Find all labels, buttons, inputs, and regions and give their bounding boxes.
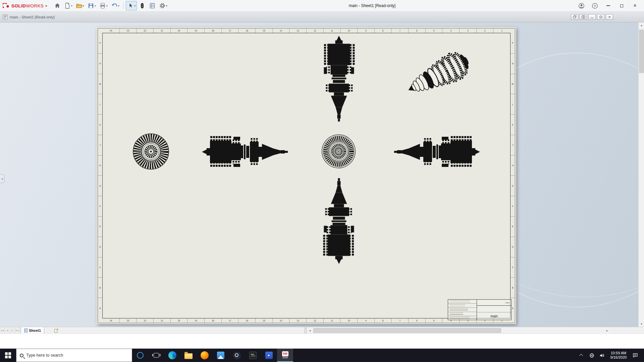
drawing-view-center-fan[interactable]	[321, 134, 356, 169]
minimize-button[interactable]	[602, 1, 614, 10]
first-sheet-button[interactable]: ◄◄	[0, 327, 5, 334]
restore-button[interactable]	[616, 1, 627, 10]
close-button[interactable]: ×	[629, 1, 641, 10]
system-tray: 10:59 AM 9/16/2020	[577, 349, 644, 362]
add-sheet-button[interactable]	[52, 327, 60, 334]
previous-sheet-button[interactable]: ◄	[5, 327, 10, 334]
movies-app-button[interactable]: ►	[261, 349, 277, 362]
tile-windows-button[interactable]	[580, 14, 587, 20]
status-strip	[0, 334, 644, 349]
drawing-view-top[interactable]	[321, 35, 358, 123]
dropdown-arrow-icon[interactable]: ▾	[106, 4, 108, 7]
zone-label: 3	[460, 28, 477, 33]
print-button[interactable]: ▾	[98, 1, 109, 10]
file-explorer-icon	[184, 353, 193, 359]
dropdown-arrow-icon[interactable]: ▾	[95, 4, 96, 7]
last-sheet-button[interactable]: ►►	[15, 327, 20, 334]
dropdown-arrow-icon[interactable]: ▾	[71, 4, 72, 7]
task-view-button[interactable]	[148, 349, 164, 362]
taskbar-clock[interactable]: 10:59 AM 9/16/2020	[607, 351, 630, 360]
dropdown-arrow-icon[interactable]: ▾	[83, 4, 84, 7]
doc-restore-button[interactable]	[597, 14, 604, 20]
zone-label: K	[511, 115, 515, 135]
help-button[interactable]: ?	[589, 1, 600, 10]
vertical-scroll-thumb[interactable]	[639, 29, 644, 73]
drawing-view-left-fan[interactable]	[132, 133, 169, 170]
photos-icon	[217, 352, 224, 359]
undo-icon	[111, 2, 118, 9]
pane-splitter[interactable]	[305, 327, 307, 334]
cortana-button[interactable]	[132, 349, 148, 362]
doc-close-button[interactable]: ×	[606, 14, 613, 20]
drawing-view-right[interactable]	[392, 133, 481, 170]
brand-text: SOLIDWORKS	[11, 3, 44, 8]
zone-label: 9	[358, 318, 375, 323]
drawing-sheet[interactable]: 242322212019181716151413121110987654321 …	[97, 27, 516, 324]
search-input[interactable]	[26, 353, 128, 358]
undo-button[interactable]: ▾	[110, 1, 121, 10]
search-icon	[20, 354, 23, 357]
save-icon	[88, 2, 94, 9]
capsule-tool-button[interactable]	[138, 1, 147, 10]
new-document-icon	[64, 2, 71, 9]
zone-label: E	[98, 217, 102, 237]
vertical-scrollbar[interactable]: ▲ ▼	[638, 22, 644, 327]
cascade-windows-button[interactable]	[571, 14, 578, 20]
table-tool-button[interactable]	[148, 1, 157, 10]
drawing-view-bottom[interactable]	[321, 177, 358, 265]
zone-label: M	[98, 74, 102, 95]
quick-access-toolbar: ▾ ▾ ▾ ▾ ▾	[53, 1, 169, 10]
start-button[interactable]	[0, 349, 16, 362]
title-block[interactable]: main main	[448, 299, 512, 320]
open-button[interactable]: ▾	[74, 1, 86, 10]
solidworks-taskbar-button[interactable]: SW 2020	[277, 349, 293, 362]
select-tool-button[interactable]: ▾	[126, 1, 137, 10]
dropdown-arrow-icon[interactable]: ▾	[134, 4, 136, 7]
action-center-button[interactable]	[631, 349, 640, 362]
dropdown-arrow-icon[interactable]: ▾	[118, 4, 119, 7]
scroll-left-arrow[interactable]: ◄	[307, 327, 313, 334]
scroll-right-arrow[interactable]: ►	[604, 327, 610, 334]
taskbar-search[interactable]	[16, 349, 132, 362]
doc-minimize-button[interactable]	[588, 14, 596, 20]
zone-label: 2	[477, 28, 494, 33]
zone-label: 11	[324, 28, 341, 33]
options-button[interactable]: ▾	[158, 1, 169, 10]
drawing-view-isometric[interactable]	[402, 45, 473, 105]
photos-button[interactable]	[213, 349, 229, 362]
tab-sheet1[interactable]: Sheet1	[21, 327, 44, 334]
volume-button[interactable]	[597, 349, 606, 362]
horizontal-scrollbar[interactable]: ◄ ►	[307, 327, 610, 334]
dropdown-arrow-icon[interactable]: ▾	[166, 4, 167, 7]
save-button[interactable]: ▾	[86, 1, 97, 10]
network-button[interactable]	[587, 349, 596, 362]
new-document-button[interactable]: ▾	[63, 1, 74, 10]
terminal-button[interactable]	[245, 349, 261, 362]
scroll-up-arrow[interactable]: ▲	[639, 22, 644, 28]
edge-button[interactable]	[164, 349, 180, 362]
zone-label: 21	[154, 28, 171, 33]
steam-button[interactable]	[229, 349, 245, 362]
drawing-view-front[interactable]	[201, 133, 289, 170]
firefox-button[interactable]	[197, 349, 213, 362]
menu-expand-arrow[interactable]: ▸	[46, 4, 47, 7]
solidworks-window: SOLIDWORKS ▸ ▾ ▾ ▾	[0, 0, 644, 362]
zone-label: 1	[493, 28, 510, 33]
zone-label: 12	[307, 28, 324, 33]
graphics-area[interactable]: ◂ 24232221201918171615141312111098765432…	[0, 22, 644, 327]
zone-label: P	[511, 33, 515, 54]
zone-labels-left: PNMLKJHGFEDCBA	[98, 33, 102, 318]
restore-icon	[620, 4, 623, 7]
horizontal-scroll-thumb[interactable]	[313, 328, 501, 333]
options-gear-icon	[159, 2, 166, 9]
file-explorer-button[interactable]	[180, 349, 197, 362]
zone-label: 15	[256, 28, 273, 33]
panel-collapse-tab[interactable]: ◂	[0, 174, 4, 183]
next-sheet-button[interactable]: ►	[10, 327, 15, 334]
tray-overflow-button[interactable]	[577, 349, 586, 362]
scroll-down-arrow[interactable]: ▼	[639, 321, 644, 327]
title-block-name: main	[477, 312, 511, 320]
home-button[interactable]	[53, 1, 62, 10]
zone-label: 13	[289, 28, 307, 33]
account-button[interactable]	[576, 1, 587, 10]
